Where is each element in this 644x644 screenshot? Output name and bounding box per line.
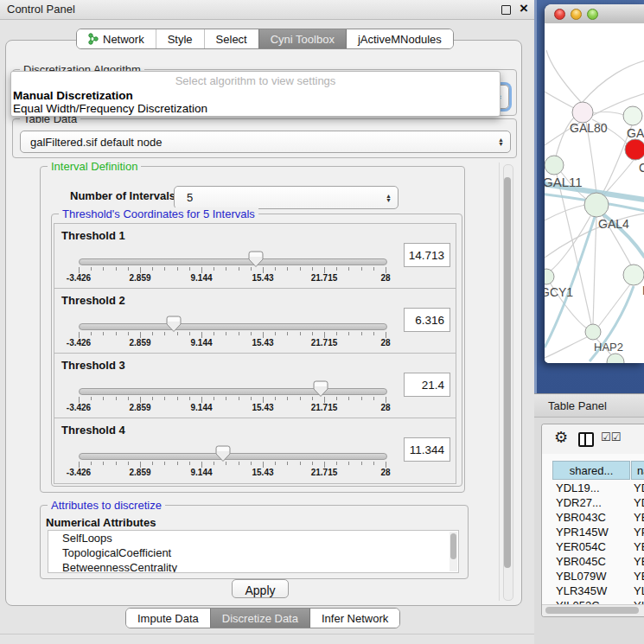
slider-thumb[interactable] xyxy=(248,251,264,268)
slider-tick xyxy=(386,462,386,468)
num-intervals-label: Number of Intervals xyxy=(70,189,175,202)
close-icon[interactable]: × xyxy=(520,0,528,18)
threshold-value-box[interactable]: 6.316 xyxy=(404,308,450,332)
tab-select[interactable]: Select xyxy=(204,29,258,48)
tab-cyni-toolbox[interactable]: Cyni Toolbox xyxy=(258,29,346,48)
algorithm-item-manual[interactable]: Manual Discretization xyxy=(13,89,133,102)
network-node-gal11[interactable] xyxy=(545,156,564,175)
network-window-titlebar[interactable] xyxy=(545,4,644,24)
attribute-item-topologicalcoefficient[interactable]: TopologicalCoefficient xyxy=(48,545,458,560)
threshold-box-3: Threshold 3-3.4262.8599.14415.4321.71528… xyxy=(54,353,456,419)
threshold-value-box[interactable]: 21.4 xyxy=(404,373,450,397)
float-window-icon[interactable] xyxy=(501,5,511,15)
network-edge[interactable] xyxy=(550,216,590,271)
minimize-traffic-light-icon[interactable] xyxy=(571,9,582,20)
slider-tick xyxy=(226,397,226,400)
slider-tick xyxy=(386,267,386,273)
split-columns-icon[interactable] xyxy=(578,432,594,447)
settings-gear-icon[interactable]: ⚙ xyxy=(554,428,568,447)
threshold-value-box[interactable]: 11.344 xyxy=(404,437,450,462)
network-edge[interactable] xyxy=(545,336,589,358)
network-edge[interactable] xyxy=(583,61,644,102)
slider-tick xyxy=(251,462,252,465)
table-row-yer054c[interactable]: YER054CYER0 xyxy=(542,540,644,555)
slider-track[interactable] xyxy=(79,453,387,460)
network-node-ha[interactable] xyxy=(623,265,644,285)
slider-thumb-wrap[interactable] xyxy=(313,354,328,399)
slider-tick-label: 15.43 xyxy=(252,468,273,477)
tab-impute-data[interactable]: Impute Data xyxy=(126,609,210,628)
table-row-ypr145w[interactable]: YPR145WYPR1 xyxy=(542,526,644,540)
algorithm-item-equal-width[interactable]: Equal Width/Frequency Discretization xyxy=(13,102,207,115)
stepper-arrows-icon: ▲▼ xyxy=(498,137,504,146)
apply-button[interactable]: Apply xyxy=(232,579,289,598)
cell-shared-name: YDL19... xyxy=(556,481,600,494)
slider-thumb-wrap[interactable] xyxy=(248,224,264,269)
attributes-scrollbar-thumb[interactable] xyxy=(450,533,456,559)
algorithm-placeholder-item[interactable]: Select algorithm to view settings xyxy=(11,74,500,87)
table-row-ybr043c[interactable]: YBR043CYBR0 xyxy=(542,511,644,526)
table-row-ybr045c[interactable]: YBR045CYBR0 xyxy=(542,555,644,570)
slider-thumb-wrap[interactable] xyxy=(166,289,182,334)
table-row-ybl079w[interactable]: YBL079WYBL0 xyxy=(542,570,644,584)
slider-track[interactable] xyxy=(79,388,387,395)
slider-thumb[interactable] xyxy=(215,445,231,462)
slider-tick xyxy=(336,267,337,271)
attribute-item-selfloops[interactable]: SelfLoops xyxy=(48,531,458,545)
num-intervals-combobox[interactable]: 5 ▲▼ xyxy=(174,186,399,209)
slider-tick xyxy=(91,462,92,465)
slider-tick xyxy=(287,332,288,335)
tab-network[interactable]: Network xyxy=(77,29,156,48)
attribute-item-betweennesscentrality[interactable]: BetweennessCentrality xyxy=(48,560,458,573)
tab-style[interactable]: Style xyxy=(156,29,204,48)
network-node-label: CY xyxy=(639,161,644,175)
tab-infer-network[interactable]: Infer Network xyxy=(309,609,399,628)
slider-thumb-wrap[interactable] xyxy=(215,418,231,463)
network-node-gal4[interactable] xyxy=(584,193,609,217)
vertical-scrollbar[interactable] xyxy=(503,164,513,601)
table-data-combobox[interactable]: galFiltered.sif default node ▲▼ xyxy=(20,131,511,153)
table-row-ylr345w[interactable]: YLR345WYLR3 xyxy=(542,584,644,599)
close-traffic-light-icon[interactable] xyxy=(554,9,565,20)
slider-thumb[interactable] xyxy=(166,316,182,333)
table-row-ydr27[interactable]: YDR27...YDR2 xyxy=(542,496,644,511)
zoom-traffic-light-icon[interactable] xyxy=(587,9,598,20)
network-canvas[interactable]: GAL80GALCYGAL11GAL4GCY1HAHAP2 xyxy=(545,23,644,363)
num-intervals-value: 5 xyxy=(187,187,193,208)
select-columns-icon[interactable]: ☑☑ xyxy=(601,430,621,443)
control-panel-titlebar[interactable]: Control Panel × xyxy=(0,0,534,20)
network-node-gal[interactable] xyxy=(623,106,642,125)
threshold-value-box[interactable]: 14.713 xyxy=(404,243,450,267)
network-view-window[interactable]: GAL80GALCYGAL11GAL4GCY1HAHAP2 xyxy=(545,4,644,363)
cell-name: YER0 xyxy=(634,540,644,553)
tab-jactivemnodules[interactable]: jActiveMNodules xyxy=(346,29,453,48)
slider-thumb[interactable] xyxy=(313,380,328,398)
slider-track[interactable] xyxy=(79,258,387,265)
table-panel-titlebar[interactable]: Table Panel xyxy=(534,393,644,418)
network-edge[interactable] xyxy=(545,92,577,110)
horizontal-scrollbar[interactable] xyxy=(542,604,644,616)
network-node-partial[interactable] xyxy=(607,354,624,363)
column-header-name[interactable]: na xyxy=(631,461,644,480)
slider-track[interactable] xyxy=(79,323,387,330)
horizontal-scrollbar-thumb[interactable] xyxy=(545,607,639,614)
numerical-attributes-label: Numerical Attributes xyxy=(46,516,156,529)
numerical-attributes-list[interactable]: SelfLoopsTopologicalCoefficientBetweenne… xyxy=(48,530,459,573)
network-edge[interactable] xyxy=(603,160,634,196)
network-node-hap2[interactable] xyxy=(585,324,601,340)
network-node-gcy1[interactable] xyxy=(545,269,554,284)
network-node-gal80[interactable] xyxy=(572,102,593,123)
slider-tick xyxy=(386,332,386,338)
table-row-ydl19[interactable]: YDL19...YDL1 xyxy=(542,481,644,496)
tab-discretize-data[interactable]: Discretize Data xyxy=(210,609,309,628)
vertical-scrollbar-thumb[interactable] xyxy=(504,177,511,568)
slider-tick xyxy=(91,332,92,335)
network-node-cy[interactable] xyxy=(625,139,644,160)
network-edge[interactable] xyxy=(546,50,581,102)
network-edge[interactable] xyxy=(593,217,596,324)
slider-tick xyxy=(201,462,202,468)
attributes-scrollbar[interactable] xyxy=(450,532,457,571)
slider-tick xyxy=(91,397,92,400)
column-header-shared[interactable]: shared... xyxy=(552,461,630,480)
slider-tick xyxy=(214,332,214,335)
